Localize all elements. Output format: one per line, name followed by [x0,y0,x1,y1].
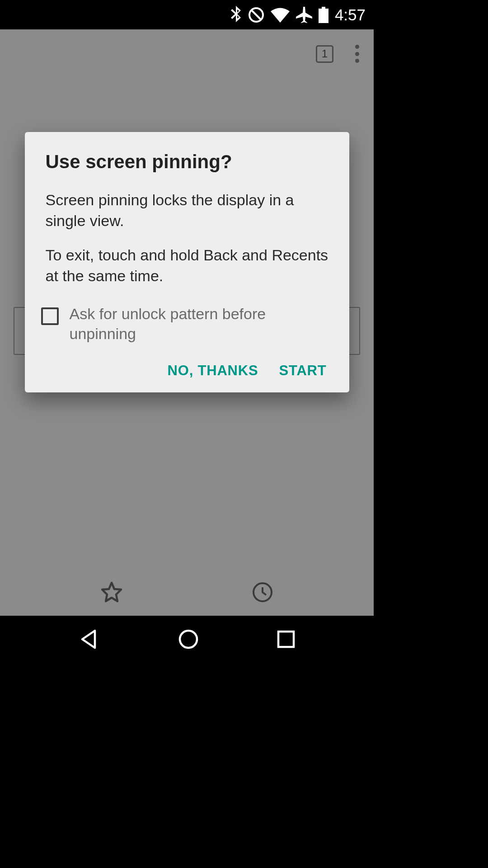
dialog-title: Use screen pinning? [46,151,328,173]
back-button[interactable] [79,629,99,651]
do-not-disturb-icon [248,7,264,23]
wifi-icon [271,7,290,23]
checkbox-icon [41,307,59,325]
svg-rect-6 [278,632,294,647]
svg-line-1 [252,10,261,19]
battery-icon [319,7,328,23]
start-button[interactable]: START [279,363,326,379]
home-button[interactable] [178,629,199,651]
svg-rect-2 [322,7,325,9]
screen-pinning-dialog: Use screen pinning? Screen pinning locks… [25,132,349,392]
svg-rect-3 [319,9,328,23]
navigation-bar [0,616,374,665]
recents-button[interactable] [277,630,295,650]
dialog-actions: NO, THANKS START [46,363,328,379]
dialog-body-1: Screen pinning locks the display in a si… [46,190,328,231]
dialog-body: Screen pinning locks the display in a si… [46,190,328,287]
clock-text: 4:57 [335,6,366,24]
unlock-pattern-checkbox[interactable]: Ask for unlock pattern before unpinning [41,304,328,344]
svg-point-5 [180,631,197,648]
dialog-scrim: Use screen pinning? Screen pinning locks… [0,29,374,616]
dialog-body-2: To exit, touch and hold Back and Recents… [46,245,328,287]
status-bar: 4:57 [0,0,374,29]
airplane-icon [296,7,312,23]
checkbox-label: Ask for unlock pattern before unpinning [70,304,328,344]
bluetooth-icon [231,6,242,24]
no-thanks-button[interactable]: NO, THANKS [168,363,258,379]
